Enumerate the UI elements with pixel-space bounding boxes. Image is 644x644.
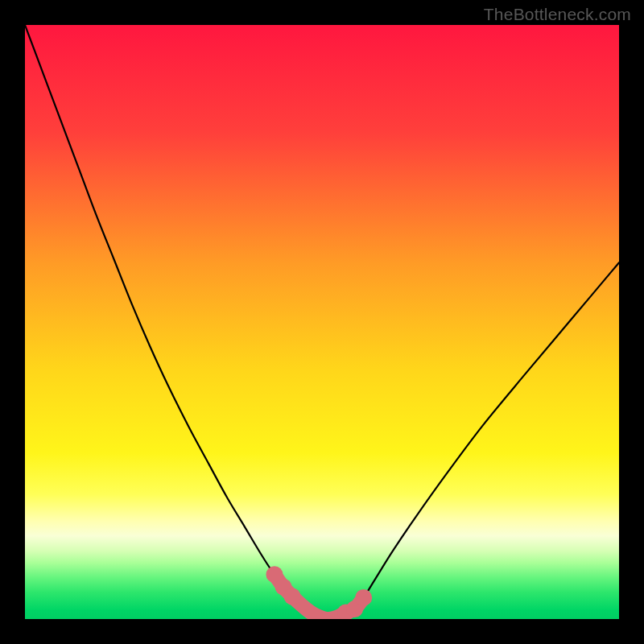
gradient-background bbox=[25, 25, 619, 619]
watermark-text: TheBottleneck.com bbox=[484, 5, 631, 24]
svg-point-3 bbox=[284, 588, 301, 605]
bottleneck-chart bbox=[0, 0, 644, 644]
svg-point-6 bbox=[355, 589, 372, 606]
chart-frame: TheBottleneck.com bbox=[0, 0, 644, 644]
